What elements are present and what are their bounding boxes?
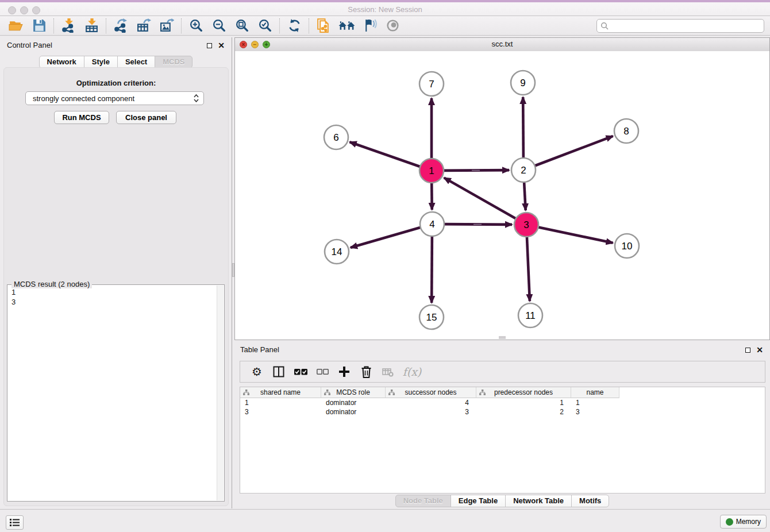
column-header-successor-nodes[interactable]: successor nodes	[386, 387, 476, 398]
tab-node-table[interactable]: Node Table	[395, 495, 451, 507]
column-type-icon	[388, 390, 395, 395]
refresh-view-button[interactable]	[283, 17, 306, 34]
graph-edge-4-15[interactable]	[432, 235, 432, 303]
tab-network-table[interactable]: Network Table	[505, 495, 572, 507]
node-table: shared name MCDS role successor nodes	[240, 387, 765, 494]
network-window-minimize-button[interactable]: −	[251, 41, 259, 48]
import-table-icon	[84, 18, 99, 33]
graph-edge-3-11[interactable]	[527, 236, 530, 301]
control-panel-buttons: ✕	[207, 41, 225, 49]
home-icon	[338, 18, 355, 33]
zoom-selected-button[interactable]	[253, 17, 276, 34]
toolbar-separator	[309, 18, 309, 33]
graph-edge-3-10[interactable]	[537, 227, 613, 243]
zoom-fit-button[interactable]	[230, 17, 253, 34]
hide-graphics-details-button[interactable]	[358, 17, 381, 34]
export-image-button[interactable]	[155, 17, 178, 34]
graph-node-label: 14	[332, 246, 342, 257]
import-network-icon	[61, 18, 76, 33]
delete-table-button[interactable]	[377, 363, 399, 381]
function-builder-button[interactable]: f(x)	[399, 363, 425, 381]
table-cell[interactable]: dominator	[321, 399, 386, 407]
table-panel-title: Table Panel	[240, 345, 279, 354]
table-cell[interactable]: dominator	[321, 408, 386, 416]
new-network-file-button[interactable]	[312, 17, 335, 34]
select-all-button[interactable]	[290, 363, 311, 381]
network-canvas[interactable]: 7968124314101511	[235, 51, 769, 340]
graph-edge-1-4[interactable]	[432, 182, 432, 210]
graph-edge-1-6[interactable]	[350, 142, 421, 167]
column-header-predecessor-nodes[interactable]: predecessor nodes	[476, 387, 571, 398]
network-window-zoom-button[interactable]: +	[263, 41, 270, 48]
table-panel-buttons: ✕	[745, 346, 763, 354]
close-panel-icon-button[interactable]: ✕	[218, 41, 225, 49]
canvas-resize-grip[interactable]	[499, 336, 506, 339]
task-history-button[interactable]	[6, 515, 24, 530]
network-view-window: × − + scc.txt 7968124314101511	[234, 37, 770, 340]
table-cell[interactable]: 3	[240, 408, 321, 416]
graph-edge-4-14[interactable]	[351, 227, 422, 248]
close-panel-button[interactable]: Close panel	[116, 111, 176, 124]
column-header-name[interactable]: name	[571, 387, 619, 398]
export-table-button[interactable]	[132, 17, 155, 34]
deselect-all-button[interactable]	[311, 363, 333, 381]
search-input[interactable]	[611, 21, 760, 30]
graph-edge-2-3[interactable]	[524, 181, 526, 210]
import-table-button[interactable]	[80, 17, 103, 34]
delete-table-icon	[382, 367, 394, 377]
tab-select[interactable]: Select	[117, 56, 155, 68]
column-header-shared-name[interactable]: shared name	[240, 387, 321, 398]
save-session-button[interactable]	[28, 17, 51, 34]
column-header-mcds-role[interactable]: MCDS role	[321, 387, 386, 398]
open-session-button[interactable]	[5, 17, 28, 34]
graph-edge-2-8[interactable]	[534, 136, 613, 166]
add-column-button[interactable]	[333, 363, 355, 381]
graph-edge-2-9[interactable]	[523, 97, 523, 159]
table-cell[interactable]: 3	[571, 408, 619, 416]
table-options-button[interactable]: ⚙	[246, 363, 268, 381]
memory-button[interactable]: Memory	[720, 515, 767, 529]
table-header: shared name MCDS role successor nodes	[240, 387, 765, 398]
run-mcds-button[interactable]: Run MCDS	[54, 111, 109, 124]
save-icon	[32, 18, 47, 33]
table-cell[interactable]: 2	[476, 408, 571, 416]
float-table-panel-button[interactable]	[745, 348, 750, 353]
control-panel-tabs: NetworkStyleSelectMCDS	[0, 56, 232, 68]
mcds-result-list[interactable]: 13	[9, 286, 216, 500]
mcds-result-line: 1	[11, 287, 213, 297]
tab-network[interactable]: Network	[39, 56, 84, 68]
optimization-criterion-select[interactable]: strongly connected component	[25, 91, 204, 105]
show-column-button[interactable]	[268, 363, 290, 381]
show-graphics-details-button[interactable]	[381, 17, 404, 34]
main-toolbar	[0, 16, 770, 36]
table-row[interactable]: 1dominator411	[240, 398, 765, 407]
search-field[interactable]	[596, 19, 764, 33]
graph-edge-3-1[interactable]	[444, 178, 517, 219]
graph-node-label: 6	[333, 132, 338, 143]
mcds-result-scrollbar[interactable]	[217, 286, 224, 500]
tab-edge-table[interactable]: Edge Table	[451, 495, 506, 507]
column-label: shared name	[260, 388, 301, 396]
tab-mcds[interactable]: MCDS	[155, 56, 192, 68]
column-label: name	[586, 388, 603, 396]
tab-motifs[interactable]: Motifs	[571, 495, 609, 507]
network-window-close-button[interactable]: ×	[240, 41, 247, 48]
table-cell[interactable]: 1	[476, 399, 571, 407]
table-cell[interactable]: 3	[386, 408, 476, 416]
table-cell[interactable]: 1	[240, 399, 321, 407]
export-network-button[interactable]	[109, 17, 132, 34]
tab-style[interactable]: Style	[84, 56, 118, 68]
delete-column-button[interactable]	[355, 363, 377, 381]
float-panel-button[interactable]	[207, 43, 212, 48]
zoom-out-button[interactable]	[207, 17, 230, 34]
optimization-criterion-label: Optimization criterion:	[4, 79, 228, 87]
zoom-in-button[interactable]	[184, 17, 207, 34]
home-button[interactable]	[335, 17, 358, 34]
table-cell[interactable]: 4	[386, 399, 476, 407]
close-table-panel-button[interactable]: ✕	[756, 346, 763, 354]
select-all-icon	[294, 368, 307, 376]
import-network-button[interactable]	[57, 17, 80, 34]
table-row[interactable]: 3dominator323	[240, 407, 765, 417]
table-cell[interactable]: 1	[571, 399, 619, 407]
titlebar: Session: New Session	[0, 0, 770, 16]
